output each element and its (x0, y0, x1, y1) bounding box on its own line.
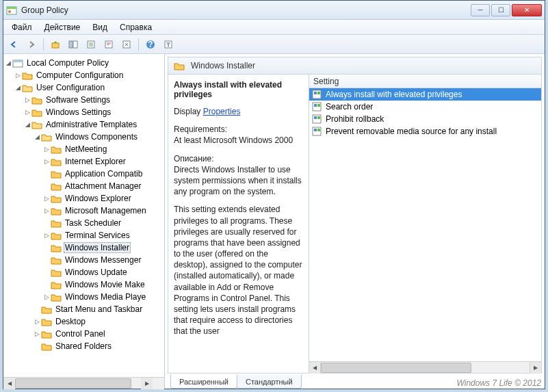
folder-icon (51, 194, 62, 203)
content-header: Windows Installer (168, 57, 542, 75)
list-item[interactable]: Always install with elevated privileges (309, 88, 541, 101)
svg-rect-5 (73, 41, 77, 48)
scroll-right-icon[interactable]: ▶ (530, 362, 541, 374)
tree-win-installer[interactable]: Windows Installer (3, 241, 164, 254)
menu-file[interactable]: Файл (6, 21, 38, 34)
column-header-setting[interactable]: Setting (309, 75, 541, 88)
up-button[interactable] (48, 37, 63, 52)
tree-ie[interactable]: ▷Internet Explorer (3, 155, 164, 168)
list-item[interactable]: Prohibit rollback (309, 113, 541, 125)
window-title: Group Policy (21, 5, 471, 15)
titlebar[interactable]: Group Policy ─ ☐ ✕ (3, 1, 545, 20)
filter-button[interactable] (161, 37, 176, 52)
description-label: Описание: (174, 154, 214, 164)
folder-icon (51, 268, 62, 277)
properties-link[interactable]: Properties (203, 107, 241, 116)
window: Group Policy ─ ☐ ✕ Файл Действие Вид Спр… (3, 0, 545, 389)
folder-icon (41, 317, 52, 326)
svg-rect-1 (7, 7, 16, 9)
tree-win-explorer[interactable]: ▷Windows Explorer (3, 192, 164, 205)
tree-ms-mgmt[interactable]: ▷Microsoft Managemen (3, 205, 164, 217)
tree-task-sched[interactable]: Task Scheduler (3, 217, 164, 229)
list-item[interactable]: Search order (309, 101, 541, 113)
tree-user-config[interactable]: ◢User Configuration (3, 81, 164, 94)
menubar: Файл Действие Вид Справка (3, 20, 545, 35)
back-button[interactable] (6, 37, 21, 52)
folder-icon (51, 157, 62, 166)
policy-icon (12, 59, 23, 68)
svg-rect-4 (69, 41, 73, 48)
scroll-left-icon[interactable]: ◀ (3, 378, 15, 389)
show-hide-tree-button[interactable] (66, 37, 81, 52)
folder-icon (51, 256, 62, 265)
svg-rect-22 (317, 116, 320, 119)
minimize-button[interactable]: ─ (471, 4, 490, 16)
tree-root[interactable]: ◢Local Computer Policy (3, 57, 164, 69)
settings-list: Setting Always install with elevated pri… (309, 75, 541, 373)
folder-icon (51, 145, 62, 154)
folder-icon (31, 96, 42, 105)
description-text-1: Directs Windows Installer to use system … (174, 165, 302, 196)
tree-win-update[interactable]: Windows Update (3, 266, 164, 278)
folder-icon (51, 244, 62, 252)
folder-icon (51, 182, 62, 191)
toolbar: ? (3, 35, 545, 54)
display-label: Display (174, 107, 200, 116)
tree-software-settings[interactable]: ▷Software Settings (3, 94, 164, 106)
tree-admin-templates[interactable]: ◢Administrative Templates (3, 118, 164, 131)
scroll-thumb[interactable] (321, 363, 471, 373)
tree-windows-components[interactable]: ◢Windows Components (3, 131, 164, 143)
tree-movie-maker[interactable]: Windows Movie Make (3, 278, 164, 291)
tree-attachment-mgr[interactable]: Attachment Manager (3, 180, 164, 192)
tree-computer-config[interactable]: ▷Computer Configuration (3, 69, 164, 81)
refresh-button[interactable] (119, 37, 134, 52)
setting-icon (312, 114, 323, 125)
tree-control-panel[interactable]: ▷Control Panel (3, 328, 164, 340)
tree-netmeeting[interactable]: ▷NetMeeting (3, 143, 164, 155)
svg-rect-3 (52, 43, 59, 48)
setting-icon (312, 89, 323, 100)
folder-icon (22, 71, 33, 80)
scroll-right-icon[interactable]: ▶ (141, 378, 153, 389)
tab-standard[interactable]: Стандартный (237, 375, 302, 389)
description-pane: Always install with elevated privileges … (168, 75, 309, 373)
tree-hscrollbar[interactable]: ◀ ▶ (3, 377, 164, 389)
tree-start-menu[interactable]: Start Menu and Taskbar (3, 303, 164, 315)
svg-rect-15 (314, 92, 317, 94)
setting-icon (312, 126, 323, 137)
header-label: Windows Installer (191, 61, 255, 70)
svg-text:?: ? (148, 40, 153, 49)
folder-open-icon (22, 83, 33, 92)
tree-desktop[interactable]: ▷Desktop (3, 315, 164, 328)
folder-icon (41, 342, 52, 351)
maximize-button[interactable]: ☐ (491, 4, 510, 16)
folder-open-icon (31, 120, 42, 129)
export-list-button[interactable] (83, 37, 99, 52)
tree-win-messenger[interactable]: Windows Messenger (3, 254, 164, 266)
tree-media-player[interactable]: ▷Windows Media Playe (3, 291, 164, 303)
help-button[interactable]: ? (143, 37, 158, 52)
scroll-thumb[interactable] (15, 378, 131, 389)
menu-help[interactable]: Справка (114, 21, 157, 34)
menu-action[interactable]: Действие (39, 21, 86, 34)
tab-extended[interactable]: Расширенный (170, 375, 237, 389)
menu-view[interactable]: Вид (87, 21, 113, 34)
svg-rect-16 (317, 92, 320, 94)
tree-app-compat[interactable]: Application Compatib (3, 168, 164, 180)
tree-shared-folders[interactable]: Shared Folders (3, 340, 164, 352)
scroll-left-icon[interactable]: ◀ (309, 362, 321, 374)
forward-button[interactable] (24, 37, 39, 52)
svg-rect-25 (317, 129, 320, 131)
close-button[interactable]: ✕ (512, 4, 542, 16)
description-text-2: This setting extends elevated privileges… (174, 204, 303, 337)
tree[interactable]: ◢Local Computer Policy ▷Computer Configu… (3, 54, 164, 377)
setting-title: Always install with elevated privileges (174, 80, 303, 99)
list-hscrollbar[interactable]: ◀ ▶ (309, 361, 541, 373)
tree-windows-settings[interactable]: ▷Windows Settings (3, 106, 164, 118)
tree-terminal-svc[interactable]: ▷Terminal Services (3, 229, 164, 241)
list-item[interactable]: Prevent removable media source for any i… (309, 125, 541, 138)
resize-grip (153, 378, 164, 389)
properties-button[interactable] (101, 37, 116, 52)
setting-icon (312, 101, 323, 112)
folder-open-icon (41, 133, 52, 142)
